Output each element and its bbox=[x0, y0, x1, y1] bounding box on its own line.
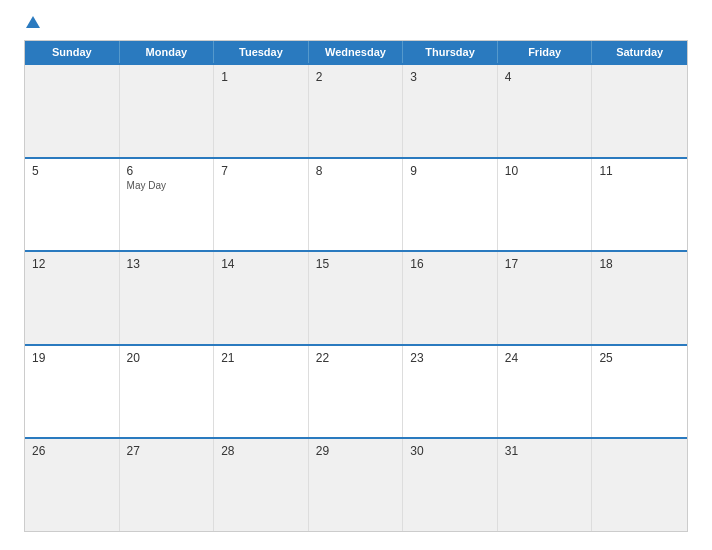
cal-cell-w4-d1: 19 bbox=[25, 346, 120, 438]
day-number: 20 bbox=[127, 351, 207, 365]
cal-cell-w2-d5: 9 bbox=[403, 159, 498, 251]
calendar-week-2: 56May Day7891011 bbox=[25, 157, 687, 251]
cal-cell-w5-d3: 28 bbox=[214, 439, 309, 531]
cal-cell-w3-d4: 15 bbox=[309, 252, 404, 344]
day-number: 9 bbox=[410, 164, 490, 178]
day-number: 23 bbox=[410, 351, 490, 365]
cal-cell-w1-d5: 3 bbox=[403, 65, 498, 157]
cal-cell-w1-d4: 2 bbox=[309, 65, 404, 157]
cal-cell-w1-d3: 1 bbox=[214, 65, 309, 157]
cal-cell-w1-d6: 4 bbox=[498, 65, 593, 157]
cal-cell-w2-d6: 10 bbox=[498, 159, 593, 251]
col-tuesday: Tuesday bbox=[214, 41, 309, 63]
day-number: 22 bbox=[316, 351, 396, 365]
cal-cell-w3-d6: 17 bbox=[498, 252, 593, 344]
calendar-body: 123456May Day789101112131415161718192021… bbox=[25, 63, 687, 531]
day-number: 15 bbox=[316, 257, 396, 271]
day-number: 28 bbox=[221, 444, 301, 458]
cal-cell-w3-d7: 18 bbox=[592, 252, 687, 344]
day-number: 13 bbox=[127, 257, 207, 271]
header bbox=[24, 18, 688, 30]
day-number: 10 bbox=[505, 164, 585, 178]
cal-cell-w5-d5: 30 bbox=[403, 439, 498, 531]
day-number: 19 bbox=[32, 351, 112, 365]
day-number: 4 bbox=[505, 70, 585, 84]
cal-cell-w3-d5: 16 bbox=[403, 252, 498, 344]
day-number: 31 bbox=[505, 444, 585, 458]
cal-cell-w3-d1: 12 bbox=[25, 252, 120, 344]
day-number: 11 bbox=[599, 164, 680, 178]
day-number: 14 bbox=[221, 257, 301, 271]
calendar: Sunday Monday Tuesday Wednesday Thursday… bbox=[24, 40, 688, 532]
logo-triangle-icon bbox=[26, 16, 40, 28]
cal-cell-w2-d1: 5 bbox=[25, 159, 120, 251]
calendar-week-4: 19202122232425 bbox=[25, 344, 687, 438]
cal-cell-w1-d1 bbox=[25, 65, 120, 157]
day-number: 18 bbox=[599, 257, 680, 271]
cal-cell-w4-d4: 22 bbox=[309, 346, 404, 438]
cal-cell-w4-d5: 23 bbox=[403, 346, 498, 438]
cal-cell-w5-d4: 29 bbox=[309, 439, 404, 531]
calendar-header-row: Sunday Monday Tuesday Wednesday Thursday… bbox=[25, 41, 687, 63]
cal-cell-w5-d6: 31 bbox=[498, 439, 593, 531]
cal-cell-w2-d2: 6May Day bbox=[120, 159, 215, 251]
day-number: 25 bbox=[599, 351, 680, 365]
cal-cell-w4-d6: 24 bbox=[498, 346, 593, 438]
cal-cell-w2-d7: 11 bbox=[592, 159, 687, 251]
calendar-week-3: 12131415161718 bbox=[25, 250, 687, 344]
cal-cell-w3-d2: 13 bbox=[120, 252, 215, 344]
day-number: 26 bbox=[32, 444, 112, 458]
day-number: 3 bbox=[410, 70, 490, 84]
cal-cell-w4-d3: 21 bbox=[214, 346, 309, 438]
calendar-week-1: 1234 bbox=[25, 63, 687, 157]
col-saturday: Saturday bbox=[592, 41, 687, 63]
logo bbox=[24, 18, 40, 30]
cal-cell-w1-d2 bbox=[120, 65, 215, 157]
day-number: 29 bbox=[316, 444, 396, 458]
day-event: May Day bbox=[127, 180, 207, 191]
col-monday: Monday bbox=[120, 41, 215, 63]
day-number: 6 bbox=[127, 164, 207, 178]
day-number: 2 bbox=[316, 70, 396, 84]
day-number: 8 bbox=[316, 164, 396, 178]
col-wednesday: Wednesday bbox=[309, 41, 404, 63]
day-number: 17 bbox=[505, 257, 585, 271]
day-number: 1 bbox=[221, 70, 301, 84]
day-number: 7 bbox=[221, 164, 301, 178]
day-number: 21 bbox=[221, 351, 301, 365]
day-number: 16 bbox=[410, 257, 490, 271]
col-thursday: Thursday bbox=[403, 41, 498, 63]
cal-cell-w2-d4: 8 bbox=[309, 159, 404, 251]
col-sunday: Sunday bbox=[25, 41, 120, 63]
cal-cell-w4-d2: 20 bbox=[120, 346, 215, 438]
page: Sunday Monday Tuesday Wednesday Thursday… bbox=[0, 0, 712, 550]
cal-cell-w4-d7: 25 bbox=[592, 346, 687, 438]
cal-cell-w5-d7 bbox=[592, 439, 687, 531]
calendar-week-5: 262728293031 bbox=[25, 437, 687, 531]
day-number: 30 bbox=[410, 444, 490, 458]
cal-cell-w5-d1: 26 bbox=[25, 439, 120, 531]
day-number: 12 bbox=[32, 257, 112, 271]
day-number: 24 bbox=[505, 351, 585, 365]
cal-cell-w1-d7 bbox=[592, 65, 687, 157]
day-number: 27 bbox=[127, 444, 207, 458]
cal-cell-w2-d3: 7 bbox=[214, 159, 309, 251]
day-number: 5 bbox=[32, 164, 112, 178]
col-friday: Friday bbox=[498, 41, 593, 63]
cal-cell-w5-d2: 27 bbox=[120, 439, 215, 531]
cal-cell-w3-d3: 14 bbox=[214, 252, 309, 344]
